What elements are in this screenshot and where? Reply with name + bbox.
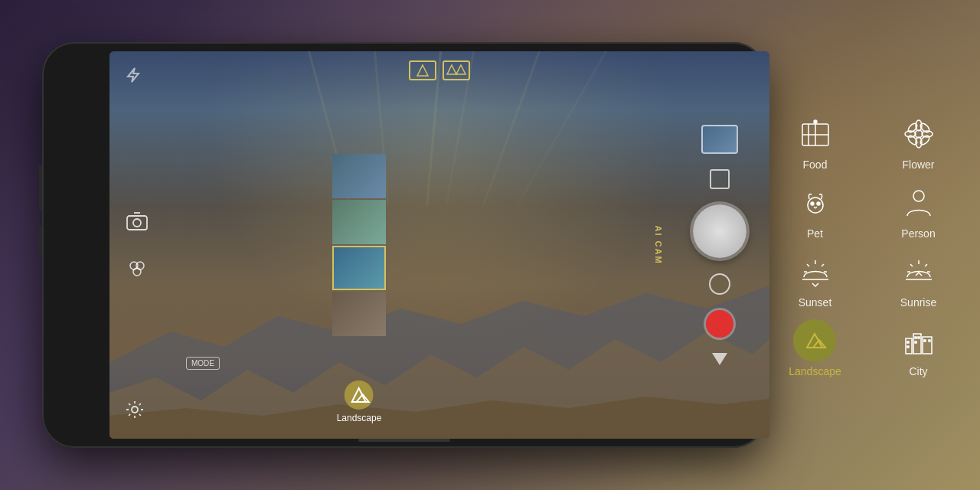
ai-modes-panel: Food Flower [767,113,966,377]
flower-icon-wrap [897,113,940,155]
svg-rect-7 [127,216,147,230]
camera-ui: MODE AI CAM [109,51,769,439]
sunset-icon-wrap [794,250,837,293]
sunrise-icon-wrap [897,250,940,293]
svg-marker-47 [813,340,825,348]
camera-flip-icon[interactable] [125,209,149,234]
svg-point-27 [919,134,931,146]
svg-point-32 [817,202,820,205]
city-icon-wrap [897,319,940,362]
pet-icon-wrap [794,181,837,224]
svg-line-44 [925,264,927,266]
svg-point-30 [808,198,823,213]
landscape-icon-wrap [793,319,836,362]
settings-icon[interactable] [125,400,145,423]
ai-mode-sunset[interactable]: Sunset [794,250,837,309]
flash-icon[interactable] [125,67,142,87]
svg-point-28 [919,122,931,134]
ai-mode-person[interactable]: Person [897,181,940,240]
more-options-icon[interactable] [712,353,727,365]
person-label: Person [901,227,935,240]
svg-rect-57 [929,340,930,341]
food-label: Food [803,158,828,171]
flower-label: Flower [902,158,934,171]
svg-rect-55 [915,341,916,343]
svg-point-13 [345,381,374,410]
ai-mode-sunrise[interactable]: Sunrise [897,250,940,309]
svg-marker-6 [456,65,466,74]
svg-point-33 [913,191,924,201]
volume-up-button[interactable] [39,165,42,211]
mode-button[interactable]: MODE [186,357,220,370]
landscape-mode-panel-label: Landscape [789,365,841,377]
svg-point-31 [811,202,814,205]
svg-line-38 [822,264,824,266]
right-controls [693,125,746,365]
strip-item-top[interactable] [332,154,386,198]
phone-screen: MODE AI CAM [109,51,769,439]
svg-point-29 [906,134,919,146]
svg-point-12 [132,407,138,413]
ai-cam-label: AI CAM [653,225,662,264]
sunset-label: Sunset [799,296,832,309]
gallery-thumbnail[interactable] [701,125,738,154]
sunrise-label: Sunrise [900,296,936,309]
ai-mode-food[interactable]: Food [794,113,837,171]
ai-mode-city[interactable]: City [897,319,940,377]
svg-point-11 [133,268,141,276]
strip-item-active[interactable] [332,246,386,290]
volume-down-button[interactable] [39,226,42,256]
svg-marker-5 [447,65,456,74]
svg-rect-56 [924,340,926,341]
ai-mode-flower[interactable]: Flower [897,113,940,171]
ai-mode-landscape[interactable]: Landscape [789,319,841,377]
filters-icon[interactable] [125,256,149,281]
city-label: City [909,365,927,377]
landscape-label: Landscape [337,381,382,423]
ai-mode-pet[interactable]: Pet [794,181,837,240]
phone-body: MODE AI CAM [42,42,766,448]
person-icon-wrap [897,181,940,224]
exposure-button[interactable] [709,273,730,295]
hdr-single-button[interactable] [409,60,436,80]
svg-line-43 [910,264,913,266]
record-button[interactable] [706,310,733,338]
svg-rect-52 [907,346,909,348]
svg-point-26 [906,122,919,134]
top-icon-bar [409,60,470,80]
format-toggle[interactable] [710,169,730,189]
left-icon-bar [125,209,149,281]
pet-label: Pet [807,227,823,240]
mode-strip [332,154,386,336]
svg-rect-53 [915,337,916,338]
landscape-active-circle [793,319,836,362]
strip-item-mid[interactable] [332,200,386,244]
svg-point-8 [133,219,141,227]
svg-rect-54 [918,337,920,338]
shutter-button[interactable] [693,204,746,258]
hdr-multi-button[interactable] [443,60,470,80]
svg-point-20 [814,120,817,123]
svg-rect-51 [907,341,909,343]
food-icon-wrap [794,113,837,155]
landscape-mode-label: Landscape [337,413,382,423]
svg-line-37 [807,264,809,266]
svg-marker-4 [417,65,428,76]
strip-item-bottom[interactable] [332,292,386,336]
phone-home-indicator[interactable] [358,439,450,442]
